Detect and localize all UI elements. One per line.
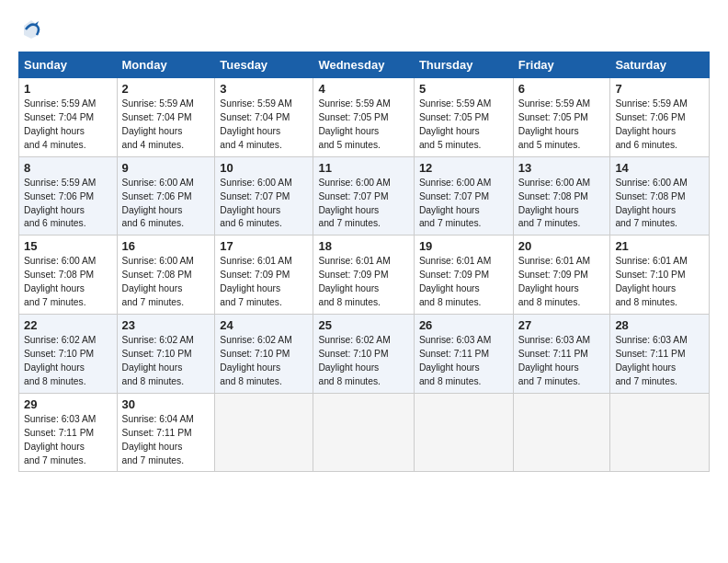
day-number: 30	[122, 397, 210, 411]
day-number: 6	[518, 82, 606, 96]
calendar-cell: 25Sunrise: 6:02 AMSunset: 7:10 PMDayligh…	[313, 315, 414, 394]
calendar-week-4: 22Sunrise: 6:02 AMSunset: 7:10 PMDayligh…	[19, 315, 710, 394]
calendar-cell: 6Sunrise: 5:59 AMSunset: 7:05 PMDaylight…	[513, 78, 610, 157]
calendar-cell: 10Sunrise: 6:00 AMSunset: 7:07 PMDayligh…	[215, 156, 313, 236]
day-number: 25	[318, 318, 408, 332]
calendar-cell: 22Sunrise: 6:02 AMSunset: 7:10 PMDayligh…	[19, 315, 118, 394]
day-number: 19	[419, 239, 508, 253]
day-detail: Sunrise: 6:01 AMSunset: 7:10 PMDaylight …	[615, 256, 687, 307]
calendar-cell: 5Sunrise: 5:59 AMSunset: 7:05 PMDaylight…	[414, 78, 513, 157]
calendar-week-5: 29Sunrise: 6:03 AMSunset: 7:11 PMDayligh…	[19, 393, 710, 472]
page: SundayMondayTuesdayWednesdayThursdayFrid…	[0, 0, 728, 488]
calendar-cell: 20Sunrise: 6:01 AMSunset: 7:09 PMDayligh…	[513, 236, 610, 315]
day-detail: Sunrise: 6:00 AMSunset: 7:06 PMDaylight …	[122, 178, 194, 229]
day-detail: Sunrise: 6:03 AMSunset: 7:11 PMDaylight …	[518, 335, 590, 386]
day-detail: Sunrise: 6:00 AMSunset: 7:08 PMDaylight …	[122, 256, 194, 307]
day-detail: Sunrise: 6:01 AMSunset: 7:09 PMDaylight …	[419, 256, 491, 307]
calendar-week-2: 8Sunrise: 5:59 AMSunset: 7:06 PMDaylight…	[19, 156, 710, 236]
calendar-cell: 30Sunrise: 6:04 AMSunset: 7:11 PMDayligh…	[117, 393, 215, 472]
calendar-weekday-sunday: Sunday	[19, 52, 118, 78]
calendar-header-row: SundayMondayTuesdayWednesdayThursdayFrid…	[19, 52, 710, 78]
calendar-cell: 9Sunrise: 6:00 AMSunset: 7:06 PMDaylight…	[117, 156, 215, 236]
calendar-cell: 16Sunrise: 6:00 AMSunset: 7:08 PMDayligh…	[117, 236, 215, 315]
day-number: 14	[615, 161, 704, 175]
day-number: 27	[518, 318, 606, 332]
day-number: 16	[122, 239, 210, 253]
calendar-table: SundayMondayTuesdayWednesdayThursdayFrid…	[18, 52, 710, 472]
day-detail: Sunrise: 6:00 AMSunset: 7:07 PMDaylight …	[318, 178, 390, 229]
day-detail: Sunrise: 5:59 AMSunset: 7:04 PMDaylight …	[220, 98, 291, 150]
day-detail: Sunrise: 6:00 AMSunset: 7:08 PMDaylight …	[24, 256, 96, 307]
header	[18, 17, 710, 42]
calendar-week-3: 15Sunrise: 6:00 AMSunset: 7:08 PMDayligh…	[19, 236, 710, 315]
calendar-cell: 18Sunrise: 6:01 AMSunset: 7:09 PMDayligh…	[313, 236, 414, 315]
day-number: 2	[122, 82, 210, 96]
calendar-cell: 3Sunrise: 5:59 AMSunset: 7:04 PMDaylight…	[215, 78, 313, 157]
calendar-cell: 4Sunrise: 5:59 AMSunset: 7:05 PMDaylight…	[313, 78, 414, 157]
day-detail: Sunrise: 5:59 AMSunset: 7:04 PMDaylight …	[24, 98, 96, 150]
day-number: 5	[419, 82, 508, 96]
calendar-weekday-wednesday: Wednesday	[313, 52, 414, 78]
day-detail: Sunrise: 6:00 AMSunset: 7:08 PMDaylight …	[615, 178, 687, 229]
calendar-cell: 27Sunrise: 6:03 AMSunset: 7:11 PMDayligh…	[513, 315, 610, 394]
day-detail: Sunrise: 6:02 AMSunset: 7:10 PMDaylight …	[24, 335, 96, 386]
calendar-weekday-monday: Monday	[117, 52, 215, 78]
calendar-cell	[215, 393, 313, 472]
day-number: 11	[318, 161, 408, 175]
day-number: 4	[318, 82, 408, 96]
calendar-weekday-tuesday: Tuesday	[215, 52, 313, 78]
day-detail: Sunrise: 6:04 AMSunset: 7:11 PMDaylight …	[122, 414, 194, 465]
day-number: 23	[122, 318, 210, 332]
day-number: 12	[419, 161, 508, 175]
calendar-cell: 13Sunrise: 6:00 AMSunset: 7:08 PMDayligh…	[513, 156, 610, 236]
day-detail: Sunrise: 5:59 AMSunset: 7:05 PMDaylight …	[518, 98, 590, 150]
day-detail: Sunrise: 6:02 AMSunset: 7:10 PMDaylight …	[220, 335, 291, 386]
logo-icon	[18, 17, 44, 42]
day-detail: Sunrise: 6:00 AMSunset: 7:07 PMDaylight …	[220, 178, 291, 229]
day-number: 3	[220, 82, 308, 96]
day-number: 9	[122, 161, 210, 175]
calendar-cell	[610, 393, 710, 472]
day-detail: Sunrise: 5:59 AMSunset: 7:06 PMDaylight …	[615, 98, 687, 150]
day-detail: Sunrise: 6:02 AMSunset: 7:10 PMDaylight …	[318, 335, 390, 386]
day-number: 18	[318, 239, 408, 253]
day-detail: Sunrise: 5:59 AMSunset: 7:06 PMDaylight …	[24, 178, 96, 229]
calendar-cell: 15Sunrise: 6:00 AMSunset: 7:08 PMDayligh…	[19, 236, 118, 315]
calendar-cell: 1Sunrise: 5:59 AMSunset: 7:04 PMDaylight…	[19, 78, 118, 157]
day-detail: Sunrise: 5:59 AMSunset: 7:05 PMDaylight …	[318, 98, 390, 150]
day-detail: Sunrise: 6:03 AMSunset: 7:11 PMDaylight …	[419, 335, 491, 386]
day-detail: Sunrise: 6:01 AMSunset: 7:09 PMDaylight …	[220, 256, 291, 307]
calendar-cell: 24Sunrise: 6:02 AMSunset: 7:10 PMDayligh…	[215, 315, 313, 394]
calendar-cell: 14Sunrise: 6:00 AMSunset: 7:08 PMDayligh…	[610, 156, 710, 236]
calendar-cell	[513, 393, 610, 472]
calendar-cell	[414, 393, 513, 472]
calendar-cell: 28Sunrise: 6:03 AMSunset: 7:11 PMDayligh…	[610, 315, 710, 394]
day-detail: Sunrise: 6:00 AMSunset: 7:08 PMDaylight …	[518, 178, 590, 229]
day-number: 26	[419, 318, 508, 332]
calendar-cell: 17Sunrise: 6:01 AMSunset: 7:09 PMDayligh…	[215, 236, 313, 315]
calendar-cell: 7Sunrise: 5:59 AMSunset: 7:06 PMDaylight…	[610, 78, 710, 157]
day-detail: Sunrise: 6:03 AMSunset: 7:11 PMDaylight …	[615, 335, 687, 386]
day-detail: Sunrise: 5:59 AMSunset: 7:05 PMDaylight …	[419, 98, 491, 150]
calendar-cell: 23Sunrise: 6:02 AMSunset: 7:10 PMDayligh…	[117, 315, 215, 394]
day-number: 29	[24, 397, 112, 411]
logo	[18, 17, 46, 42]
day-number: 24	[220, 318, 308, 332]
calendar-cell: 26Sunrise: 6:03 AMSunset: 7:11 PMDayligh…	[414, 315, 513, 394]
day-number: 8	[24, 161, 112, 175]
day-number: 13	[518, 161, 606, 175]
calendar-cell: 19Sunrise: 6:01 AMSunset: 7:09 PMDayligh…	[414, 236, 513, 315]
calendar-cell	[313, 393, 414, 472]
calendar-cell: 21Sunrise: 6:01 AMSunset: 7:10 PMDayligh…	[610, 236, 710, 315]
day-number: 7	[615, 82, 704, 96]
calendar-cell: 2Sunrise: 5:59 AMSunset: 7:04 PMDaylight…	[117, 78, 215, 157]
day-detail: Sunrise: 6:00 AMSunset: 7:07 PMDaylight …	[419, 178, 491, 229]
day-detail: Sunrise: 6:01 AMSunset: 7:09 PMDaylight …	[318, 256, 390, 307]
day-number: 10	[220, 161, 308, 175]
day-detail: Sunrise: 6:03 AMSunset: 7:11 PMDaylight …	[24, 414, 96, 465]
calendar-cell: 11Sunrise: 6:00 AMSunset: 7:07 PMDayligh…	[313, 156, 414, 236]
calendar-weekday-saturday: Saturday	[610, 52, 710, 78]
day-number: 15	[24, 239, 112, 253]
day-detail: Sunrise: 5:59 AMSunset: 7:04 PMDaylight …	[122, 98, 194, 150]
calendar-cell: 12Sunrise: 6:00 AMSunset: 7:07 PMDayligh…	[414, 156, 513, 236]
